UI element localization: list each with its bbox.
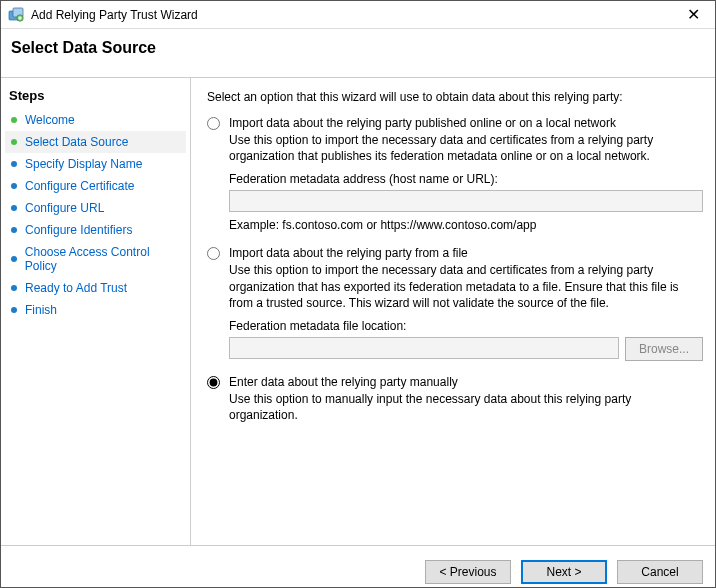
cancel-button[interactable]: Cancel [617, 560, 703, 584]
metadata-url-label: Federation metadata address (host name o… [229, 172, 703, 186]
step-welcome[interactable]: Welcome [5, 109, 186, 131]
metadata-url-input[interactable] [229, 190, 703, 212]
main-area: Steps Welcome Select Data Source Specify… [1, 78, 715, 545]
svg-point-4 [11, 139, 17, 145]
file-subblock: Federation metadata file location: Brows… [229, 319, 703, 361]
radio-online[interactable] [207, 117, 220, 130]
metadata-file-label: Federation metadata file location: [229, 319, 703, 333]
check-icon [9, 115, 19, 125]
svg-point-5 [11, 161, 17, 167]
bullet-icon [9, 283, 19, 293]
bullet-icon [9, 225, 19, 235]
option-file: Import data about the relying party from… [207, 246, 703, 311]
bullet-icon [9, 305, 19, 315]
option-online-label: Import data about the relying party publ… [229, 116, 703, 130]
step-label: Configure Identifiers [25, 223, 132, 237]
steps-heading: Steps [5, 84, 186, 109]
previous-button[interactable]: < Previous [425, 560, 511, 584]
radio-file[interactable] [207, 247, 220, 260]
step-label: Welcome [25, 113, 75, 127]
step-finish[interactable]: Finish [5, 299, 186, 321]
bullet-icon [9, 203, 19, 213]
option-manual: Enter data about the relying party manua… [207, 375, 703, 423]
step-label: Specify Display Name [25, 157, 142, 171]
step-configure-certificate[interactable]: Configure Certificate [5, 175, 186, 197]
metadata-url-example: Example: fs.contoso.com or https://www.c… [229, 218, 703, 232]
svg-point-10 [11, 285, 17, 291]
option-manual-desc: Use this option to manually input the ne… [229, 391, 703, 423]
svg-point-3 [11, 117, 17, 123]
svg-point-11 [11, 307, 17, 313]
bullet-icon [9, 254, 19, 264]
step-configure-identifiers[interactable]: Configure Identifiers [5, 219, 186, 241]
radio-manual[interactable] [207, 376, 220, 389]
check-icon [9, 137, 19, 147]
content-panel: Select an option that this wizard will u… [191, 78, 715, 545]
next-button[interactable]: Next > [521, 560, 607, 584]
metadata-file-input[interactable] [229, 337, 619, 359]
bullet-icon [9, 159, 19, 169]
window-title: Add Relying Party Trust Wizard [31, 8, 677, 22]
svg-point-8 [11, 227, 17, 233]
option-file-desc: Use this option to import the necessary … [229, 262, 703, 311]
browse-button[interactable]: Browse... [625, 337, 703, 361]
step-label: Select Data Source [25, 135, 128, 149]
option-manual-label: Enter data about the relying party manua… [229, 375, 703, 389]
online-subblock: Federation metadata address (host name o… [229, 172, 703, 232]
bullet-icon [9, 181, 19, 191]
option-online-desc: Use this option to import the necessary … [229, 132, 703, 164]
step-label: Ready to Add Trust [25, 281, 127, 295]
step-label: Configure Certificate [25, 179, 134, 193]
option-online: Import data about the relying party publ… [207, 116, 703, 164]
close-button[interactable]: ✕ [677, 5, 709, 24]
svg-point-9 [11, 256, 17, 262]
step-ready-to-add-trust[interactable]: Ready to Add Trust [5, 277, 186, 299]
step-label: Finish [25, 303, 57, 317]
step-select-data-source[interactable]: Select Data Source [5, 131, 186, 153]
intro-text: Select an option that this wizard will u… [207, 90, 703, 104]
steps-sidebar: Steps Welcome Select Data Source Specify… [1, 78, 191, 545]
step-configure-url[interactable]: Configure URL [5, 197, 186, 219]
svg-point-7 [11, 205, 17, 211]
step-label: Choose Access Control Policy [25, 245, 182, 273]
step-label: Configure URL [25, 201, 104, 215]
step-specify-display-name[interactable]: Specify Display Name [5, 153, 186, 175]
page-title: Select Data Source [1, 29, 715, 67]
option-file-label: Import data about the relying party from… [229, 246, 703, 260]
step-choose-access-control-policy[interactable]: Choose Access Control Policy [5, 241, 186, 277]
svg-point-6 [11, 183, 17, 189]
wizard-footer: < Previous Next > Cancel [1, 545, 715, 588]
wizard-icon [7, 6, 25, 24]
titlebar: Add Relying Party Trust Wizard ✕ [1, 1, 715, 29]
